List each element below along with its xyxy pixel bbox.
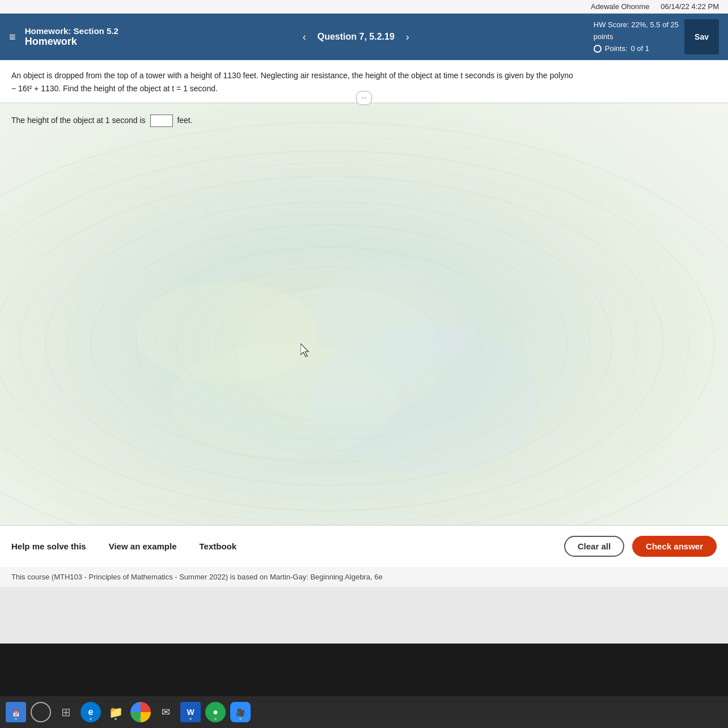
hw-score-label: HW Score: [594,20,629,29]
hw-title-bottom: Homework [25,36,118,48]
taskbar-files-icon[interactable]: ⊞ [56,702,76,722]
help-solve-button[interactable]: Help me solve this [11,537,95,556]
textbook-button[interactable]: Textbook [200,537,246,556]
points-value: 0 of 1 [631,43,650,55]
points-circle-icon [594,45,602,53]
taskbar-green-dot [214,718,217,720]
taskbar-word-wrap: W [180,702,201,722]
svg-point-24 [312,327,539,474]
homework-label: Homework: [25,26,71,36]
save-button[interactable]: Sav [684,19,719,54]
answer-text-before: The height of the object at 1 second is [11,116,146,125]
prev-question-button[interactable]: ‹ [298,29,311,45]
taskbar-search-icon[interactable] [31,702,51,722]
taskbar: 📅 ⊞ e 📁 ✉ W ● 🎥 [0,696,728,728]
date-time: 06/14/22 4:22 PM [661,2,719,11]
answer-area: The height of the object at 1 second is … [0,103,728,133]
check-answer-button[interactable]: Check answer [632,536,717,557]
homework-header: ≡ Homework: Section 5.2 Homework ‹ Quest… [0,14,728,60]
next-question-button[interactable]: › [401,29,414,45]
answer-input[interactable] [150,115,173,127]
main-content: An object is dropped from the top of a t… [0,60,728,525]
taskbar-chrome-wrap [130,702,151,722]
points-sub-label: Points: [605,43,628,55]
score-block: HW Score: 22%, 5.5 of 25 points Points: … [594,19,679,54]
hw-score-value: 22%, 5.5 of 25 [631,20,679,29]
points-row: Points: 0 of 1 [594,43,679,55]
question-text-block: An object is dropped from the top of a t… [0,60,728,103]
taskbar-email-wrap: ✉ [155,702,176,722]
answer-text-after: feet. [177,116,192,125]
user-name: Adewale Ohonme [591,2,649,11]
empty-space [0,587,728,644]
top-bar: Adewale Ohonme 06/14/22 4:22 PM [0,0,728,14]
question-nav: ‹ Question 7, 5.2.19 › [124,29,588,45]
action-bar-right: Clear all Check answer [564,536,717,557]
footer-text: This course (MTH103 - Principles of Math… [0,567,728,587]
taskbar-zoom-dot [239,718,242,720]
hw-points-label: points [594,31,679,43]
question-label: Question 7, 5.2.19 [318,32,395,42]
hw-score-row: HW Score: 22%, 5.5 of 25 [594,19,679,31]
taskbar-chrome-dot [139,718,142,720]
hw-title-top: Homework: Section 5.2 [25,26,118,36]
section-label: Section 5.2 [74,26,118,36]
clear-all-button[interactable]: Clear all [564,536,624,557]
taskbar-files-wrap: ⊞ [56,702,76,722]
menu-icon[interactable]: ≡ [9,31,16,44]
taskbar-green-wrap: ● [205,702,226,722]
taskbar-search-wrap [31,702,51,722]
hw-title-block: Homework: Section 5.2 Homework [25,26,118,48]
svg-point-23 [136,281,318,383]
taskbar-folder-wrap: 📁 [105,702,126,722]
action-bar: Help me solve this View an example Textb… [0,525,728,567]
taskbar-zoom-wrap: 🎥 [230,702,251,722]
taskbar-calendar-wrap: 📅 [6,702,26,722]
taskbar-calendar-dot [15,718,17,720]
taskbar-edge-dot [90,718,92,720]
taskbar-folder-dot [115,718,117,720]
view-example-button[interactable]: View an example [109,537,186,556]
taskbar-word-dot [189,718,192,720]
taskbar-email-icon[interactable]: ✉ [155,702,176,722]
question-line1: An object is dropped from the top of a t… [11,69,717,82]
taskbar-edge-wrap: e [81,702,101,722]
